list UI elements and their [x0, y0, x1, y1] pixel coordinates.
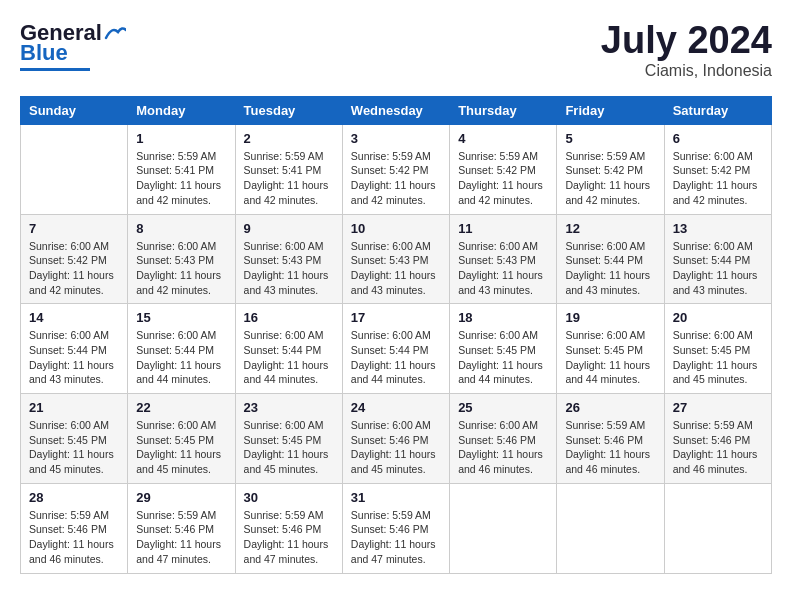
- calendar-cell: 30Sunrise: 5:59 AM Sunset: 5:46 PM Dayli…: [235, 483, 342, 573]
- calendar-cell: [21, 124, 128, 214]
- calendar-cell: [664, 483, 771, 573]
- day-header-saturday: Saturday: [664, 96, 771, 124]
- calendar-cell: [557, 483, 664, 573]
- calendar-cell: 5Sunrise: 5:59 AM Sunset: 5:42 PM Daylig…: [557, 124, 664, 214]
- calendar-cell: 22Sunrise: 6:00 AM Sunset: 5:45 PM Dayli…: [128, 394, 235, 484]
- title-area: July 2024 Ciamis, Indonesia: [601, 20, 772, 80]
- day-number: 7: [29, 221, 119, 236]
- logo: General Blue: [20, 20, 126, 71]
- day-header-monday: Monday: [128, 96, 235, 124]
- calendar-cell: 2Sunrise: 5:59 AM Sunset: 5:41 PM Daylig…: [235, 124, 342, 214]
- calendar-cell: 21Sunrise: 6:00 AM Sunset: 5:45 PM Dayli…: [21, 394, 128, 484]
- calendar-cell: 1Sunrise: 5:59 AM Sunset: 5:41 PM Daylig…: [128, 124, 235, 214]
- day-info: Sunrise: 5:59 AM Sunset: 5:41 PM Dayligh…: [244, 149, 334, 208]
- day-header-friday: Friday: [557, 96, 664, 124]
- day-info: Sunrise: 6:00 AM Sunset: 5:43 PM Dayligh…: [244, 239, 334, 298]
- day-number: 16: [244, 310, 334, 325]
- day-info: Sunrise: 6:00 AM Sunset: 5:45 PM Dayligh…: [458, 328, 548, 387]
- day-number: 12: [565, 221, 655, 236]
- day-info: Sunrise: 6:00 AM Sunset: 5:46 PM Dayligh…: [458, 418, 548, 477]
- day-info: Sunrise: 6:00 AM Sunset: 5:45 PM Dayligh…: [29, 418, 119, 477]
- day-number: 28: [29, 490, 119, 505]
- day-number: 20: [673, 310, 763, 325]
- calendar-cell: 3Sunrise: 5:59 AM Sunset: 5:42 PM Daylig…: [342, 124, 449, 214]
- day-info: Sunrise: 6:00 AM Sunset: 5:42 PM Dayligh…: [673, 149, 763, 208]
- calendar-cell: 8Sunrise: 6:00 AM Sunset: 5:43 PM Daylig…: [128, 214, 235, 304]
- calendar-cell: 27Sunrise: 5:59 AM Sunset: 5:46 PM Dayli…: [664, 394, 771, 484]
- calendar-cell: 16Sunrise: 6:00 AM Sunset: 5:44 PM Dayli…: [235, 304, 342, 394]
- day-number: 5: [565, 131, 655, 146]
- calendar-cell: 4Sunrise: 5:59 AM Sunset: 5:42 PM Daylig…: [450, 124, 557, 214]
- day-info: Sunrise: 6:00 AM Sunset: 5:45 PM Dayligh…: [136, 418, 226, 477]
- day-number: 24: [351, 400, 441, 415]
- day-info: Sunrise: 6:00 AM Sunset: 5:42 PM Dayligh…: [29, 239, 119, 298]
- day-info: Sunrise: 6:00 AM Sunset: 5:43 PM Dayligh…: [458, 239, 548, 298]
- day-info: Sunrise: 5:59 AM Sunset: 5:46 PM Dayligh…: [244, 508, 334, 567]
- day-info: Sunrise: 6:00 AM Sunset: 5:44 PM Dayligh…: [673, 239, 763, 298]
- calendar-cell: 28Sunrise: 5:59 AM Sunset: 5:46 PM Dayli…: [21, 483, 128, 573]
- calendar-cell: 10Sunrise: 6:00 AM Sunset: 5:43 PM Dayli…: [342, 214, 449, 304]
- week-row-1: 1Sunrise: 5:59 AM Sunset: 5:41 PM Daylig…: [21, 124, 772, 214]
- day-number: 15: [136, 310, 226, 325]
- logo-bird-icon: [104, 24, 126, 42]
- calendar-cell: 11Sunrise: 6:00 AM Sunset: 5:43 PM Dayli…: [450, 214, 557, 304]
- calendar-cell: 6Sunrise: 6:00 AM Sunset: 5:42 PM Daylig…: [664, 124, 771, 214]
- day-info: Sunrise: 5:59 AM Sunset: 5:42 PM Dayligh…: [351, 149, 441, 208]
- day-number: 13: [673, 221, 763, 236]
- day-number: 18: [458, 310, 548, 325]
- day-number: 3: [351, 131, 441, 146]
- day-number: 31: [351, 490, 441, 505]
- day-number: 8: [136, 221, 226, 236]
- main-title: July 2024: [601, 20, 772, 62]
- day-number: 2: [244, 131, 334, 146]
- calendar-cell: 14Sunrise: 6:00 AM Sunset: 5:44 PM Dayli…: [21, 304, 128, 394]
- calendar-table: SundayMondayTuesdayWednesdayThursdayFrid…: [20, 96, 772, 574]
- day-number: 4: [458, 131, 548, 146]
- day-header-wednesday: Wednesday: [342, 96, 449, 124]
- day-info: Sunrise: 6:00 AM Sunset: 5:45 PM Dayligh…: [673, 328, 763, 387]
- day-info: Sunrise: 6:00 AM Sunset: 5:44 PM Dayligh…: [29, 328, 119, 387]
- day-number: 17: [351, 310, 441, 325]
- day-number: 11: [458, 221, 548, 236]
- day-header-sunday: Sunday: [21, 96, 128, 124]
- subtitle: Ciamis, Indonesia: [601, 62, 772, 80]
- calendar-cell: 9Sunrise: 6:00 AM Sunset: 5:43 PM Daylig…: [235, 214, 342, 304]
- day-info: Sunrise: 6:00 AM Sunset: 5:44 PM Dayligh…: [565, 239, 655, 298]
- calendar-cell: 19Sunrise: 6:00 AM Sunset: 5:45 PM Dayli…: [557, 304, 664, 394]
- day-number: 14: [29, 310, 119, 325]
- day-number: 25: [458, 400, 548, 415]
- day-number: 29: [136, 490, 226, 505]
- day-info: Sunrise: 5:59 AM Sunset: 5:46 PM Dayligh…: [29, 508, 119, 567]
- calendar-cell: 26Sunrise: 5:59 AM Sunset: 5:46 PM Dayli…: [557, 394, 664, 484]
- day-info: Sunrise: 5:59 AM Sunset: 5:41 PM Dayligh…: [136, 149, 226, 208]
- day-info: Sunrise: 5:59 AM Sunset: 5:46 PM Dayligh…: [351, 508, 441, 567]
- day-info: Sunrise: 6:00 AM Sunset: 5:44 PM Dayligh…: [244, 328, 334, 387]
- week-row-2: 7Sunrise: 6:00 AM Sunset: 5:42 PM Daylig…: [21, 214, 772, 304]
- calendar-cell: 25Sunrise: 6:00 AM Sunset: 5:46 PM Dayli…: [450, 394, 557, 484]
- day-info: Sunrise: 5:59 AM Sunset: 5:46 PM Dayligh…: [565, 418, 655, 477]
- calendar-cell: 7Sunrise: 6:00 AM Sunset: 5:42 PM Daylig…: [21, 214, 128, 304]
- logo-underline: [20, 68, 90, 71]
- calendar-cell: 15Sunrise: 6:00 AM Sunset: 5:44 PM Dayli…: [128, 304, 235, 394]
- week-row-4: 21Sunrise: 6:00 AM Sunset: 5:45 PM Dayli…: [21, 394, 772, 484]
- day-number: 22: [136, 400, 226, 415]
- day-info: Sunrise: 6:00 AM Sunset: 5:45 PM Dayligh…: [565, 328, 655, 387]
- day-header-thursday: Thursday: [450, 96, 557, 124]
- day-number: 26: [565, 400, 655, 415]
- calendar-cell: 31Sunrise: 5:59 AM Sunset: 5:46 PM Dayli…: [342, 483, 449, 573]
- day-info: Sunrise: 6:00 AM Sunset: 5:46 PM Dayligh…: [351, 418, 441, 477]
- calendar-cell: 13Sunrise: 6:00 AM Sunset: 5:44 PM Dayli…: [664, 214, 771, 304]
- day-number: 9: [244, 221, 334, 236]
- day-info: Sunrise: 6:00 AM Sunset: 5:45 PM Dayligh…: [244, 418, 334, 477]
- day-info: Sunrise: 6:00 AM Sunset: 5:43 PM Dayligh…: [136, 239, 226, 298]
- logo-blue: Blue: [20, 40, 68, 66]
- day-number: 6: [673, 131, 763, 146]
- day-info: Sunrise: 5:59 AM Sunset: 5:46 PM Dayligh…: [673, 418, 763, 477]
- day-number: 10: [351, 221, 441, 236]
- week-row-5: 28Sunrise: 5:59 AM Sunset: 5:46 PM Dayli…: [21, 483, 772, 573]
- day-info: Sunrise: 6:00 AM Sunset: 5:44 PM Dayligh…: [136, 328, 226, 387]
- day-number: 21: [29, 400, 119, 415]
- calendar-cell: 12Sunrise: 6:00 AM Sunset: 5:44 PM Dayli…: [557, 214, 664, 304]
- page-header: General Blue July 2024 Ciamis, Indonesia: [20, 20, 772, 80]
- calendar-cell: [450, 483, 557, 573]
